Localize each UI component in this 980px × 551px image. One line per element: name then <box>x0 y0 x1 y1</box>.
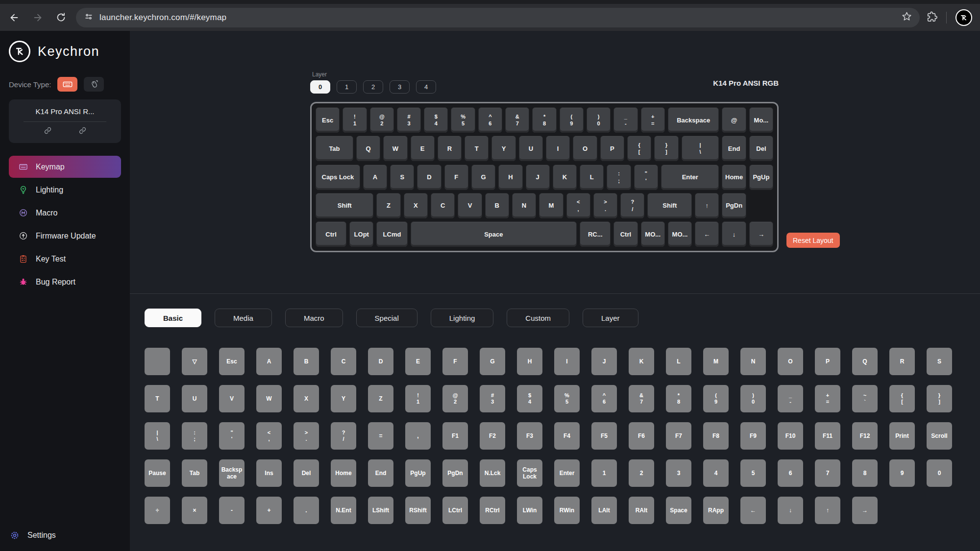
key-6[interactable]: 6 <box>778 459 803 487</box>
key-blank[interactable]: ~` <box>852 385 878 412</box>
key-blank[interactable]: @ <box>722 107 746 133</box>
link-icon[interactable] <box>79 127 86 136</box>
key-del[interactable]: Del <box>294 459 319 487</box>
key-e[interactable]: E <box>405 348 431 375</box>
key-c[interactable]: C <box>331 348 356 375</box>
tab-lighting[interactable]: Lighting <box>431 309 494 327</box>
key-rctrl[interactable]: RCtrl <box>480 497 505 524</box>
key-blank[interactable]: ← <box>740 497 766 524</box>
key-blank[interactable]: ← <box>695 221 719 247</box>
key-blank[interactable]: - <box>219 497 245 524</box>
key-backspace[interactable]: Backspace <box>668 107 719 133</box>
key-k[interactable]: K <box>629 348 654 375</box>
key-e[interactable]: E <box>411 136 435 161</box>
key-1[interactable]: 1 <box>591 459 617 487</box>
sidebar-item-keymap[interactable]: Keymap <box>9 156 121 178</box>
key-blank[interactable]: }] <box>654 136 678 161</box>
reload-icon[interactable] <box>56 12 66 23</box>
key-esc[interactable]: Esc <box>316 107 340 133</box>
key-9[interactable]: (9 <box>703 385 729 412</box>
key-blank[interactable]: "' <box>219 422 245 450</box>
key-mo[interactable]: MO... <box>641 221 665 247</box>
key-ctrl[interactable]: Ctrl <box>613 221 637 247</box>
key-u[interactable]: U <box>519 136 543 161</box>
key-lopt[interactable]: LOpt <box>349 221 373 247</box>
key-o[interactable]: O <box>778 348 803 375</box>
key-tab[interactable]: Tab <box>182 459 207 487</box>
key-b[interactable]: B <box>294 348 319 375</box>
key-c[interactable]: C <box>431 193 455 218</box>
key-3[interactable]: 3 <box>666 459 691 487</box>
tab-macro[interactable]: Macro <box>285 309 343 327</box>
key-blank[interactable]: ↓ <box>722 221 746 247</box>
key-blank[interactable]: + <box>256 497 282 524</box>
key-f9[interactable]: F9 <box>740 422 766 450</box>
key-backspace[interactable]: Backspace <box>219 459 245 487</box>
key-blank[interactable]: ↑ <box>695 193 719 218</box>
key-k[interactable]: K <box>553 165 577 190</box>
key-shift[interactable]: Shift <box>316 193 373 218</box>
key-m[interactable]: M <box>539 193 563 218</box>
device-type-mouse-button[interactable] <box>84 77 104 92</box>
key-9[interactable]: (9 <box>560 107 584 133</box>
key-blank[interactable]: _- <box>778 385 803 412</box>
key-rc[interactable]: RC... <box>580 221 611 247</box>
key-del[interactable]: Del <box>749 136 773 161</box>
key-shift[interactable]: Shift <box>647 193 692 218</box>
key-5[interactable]: 5 <box>740 459 766 487</box>
key-o[interactable]: O <box>573 136 597 161</box>
key-n-lck[interactable]: N.Lck <box>480 459 505 487</box>
key-f11[interactable]: F11 <box>815 422 840 450</box>
key-f4[interactable]: F4 <box>554 422 580 450</box>
key-1[interactable]: !1 <box>405 385 431 412</box>
key-blank[interactable]: _- <box>613 107 637 133</box>
key-z[interactable]: Z <box>376 193 400 218</box>
key-blank[interactable]: "' <box>634 165 658 190</box>
key-1[interactable]: !1 <box>343 107 367 133</box>
key-0[interactable]: )0 <box>587 107 611 133</box>
key-l[interactable]: L <box>666 348 691 375</box>
key-ins[interactable]: Ins <box>256 459 282 487</box>
key-f[interactable]: F <box>442 348 468 375</box>
key-4[interactable]: 4 <box>703 459 729 487</box>
site-info-icon[interactable] <box>84 12 94 24</box>
key-b[interactable]: B <box>485 193 509 218</box>
key-n-ent[interactable]: N.Ent <box>331 497 356 524</box>
key-i[interactable]: I <box>546 136 570 161</box>
key-f6[interactable]: F6 <box>629 422 654 450</box>
device-type-keyboard-button[interactable] <box>57 77 77 92</box>
key-esc[interactable]: Esc <box>219 348 245 375</box>
key-2[interactable]: @2 <box>442 385 468 412</box>
key-blank[interactable] <box>145 348 170 375</box>
key-6[interactable]: ^6 <box>478 107 502 133</box>
key-rwin[interactable]: RWin <box>554 497 580 524</box>
key-t[interactable]: T <box>465 136 489 161</box>
key-4[interactable]: $4 <box>517 385 542 412</box>
tab-layer[interactable]: Layer <box>583 309 638 327</box>
key-n[interactable]: N <box>512 193 536 218</box>
key-pgdn[interactable]: PgDn <box>442 459 468 487</box>
key-mo[interactable]: Mo... <box>749 107 773 133</box>
key-blank[interactable]: ?/ <box>620 193 644 218</box>
key-g[interactable]: G <box>471 165 495 190</box>
key-7[interactable]: &7 <box>505 107 529 133</box>
key-pgup[interactable]: PgUp <box>405 459 431 487</box>
sidebar-item-firmware-update[interactable]: Firmware Update <box>9 225 121 247</box>
key-pgup[interactable]: PgUp <box>749 165 773 190</box>
key-y[interactable]: Y <box>491 136 515 161</box>
url-text[interactable]: launcher.keychron.com/#/keymap <box>99 13 226 23</box>
key-n[interactable]: N <box>740 348 766 375</box>
key-r[interactable]: R <box>889 348 915 375</box>
key-v[interactable]: V <box>458 193 482 218</box>
key-f8[interactable]: F8 <box>703 422 729 450</box>
key-v[interactable]: V <box>219 385 245 412</box>
profile-avatar[interactable] <box>956 9 972 26</box>
key-6[interactable]: ^6 <box>591 385 617 412</box>
reset-layout-button[interactable]: Reset Layout <box>786 233 840 248</box>
key-p[interactable]: P <box>600 136 624 161</box>
key-lshift[interactable]: LShift <box>368 497 393 524</box>
key-y[interactable]: Y <box>331 385 356 412</box>
key-g[interactable]: G <box>480 348 505 375</box>
key-home[interactable]: Home <box>331 459 356 487</box>
key-8[interactable]: *8 <box>532 107 556 133</box>
